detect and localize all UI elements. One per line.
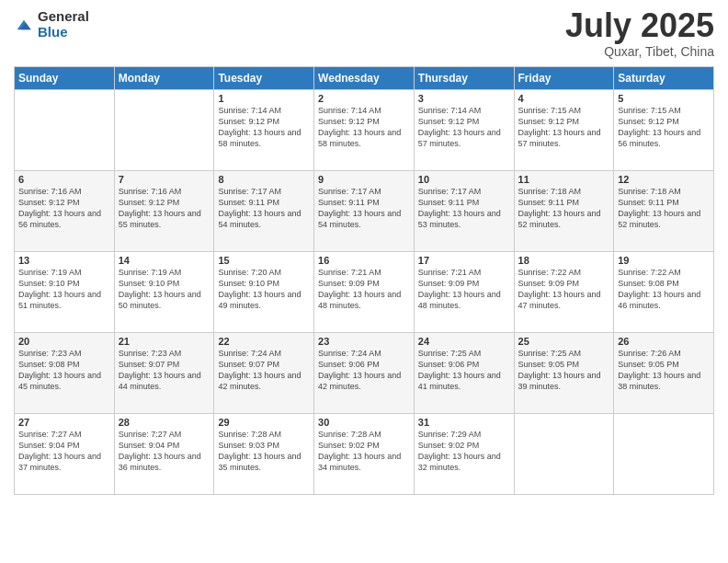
calendar-cell-w3-d7: 19Sunrise: 7:22 AM Sunset: 9:08 PM Dayli… bbox=[614, 252, 714, 333]
cell-info: Sunrise: 7:24 AM Sunset: 9:06 PM Dayligh… bbox=[318, 348, 410, 393]
calendar-cell-w1-d1 bbox=[15, 90, 115, 171]
cell-info: Sunrise: 7:16 AM Sunset: 9:12 PM Dayligh… bbox=[18, 186, 110, 231]
day-number: 8 bbox=[218, 174, 310, 185]
calendar-cell-w4-d3: 22Sunrise: 7:24 AM Sunset: 9:07 PM Dayli… bbox=[214, 333, 314, 414]
day-number: 16 bbox=[318, 255, 410, 266]
cell-info: Sunrise: 7:18 AM Sunset: 9:11 PM Dayligh… bbox=[618, 186, 710, 231]
calendar-cell-w5-d5: 31Sunrise: 7:29 AM Sunset: 9:02 PM Dayli… bbox=[414, 414, 514, 495]
calendar-cell-w4-d1: 20Sunrise: 7:23 AM Sunset: 9:08 PM Dayli… bbox=[15, 333, 115, 414]
cell-info: Sunrise: 7:28 AM Sunset: 9:02 PM Dayligh… bbox=[318, 429, 410, 474]
calendar-cell-w3-d4: 16Sunrise: 7:21 AM Sunset: 9:09 PM Dayli… bbox=[314, 252, 415, 333]
location-subtitle: Quxar, Tibet, China bbox=[565, 44, 714, 59]
day-number: 7 bbox=[119, 174, 210, 185]
calendar-cell-w4-d5: 24Sunrise: 7:25 AM Sunset: 9:06 PM Dayli… bbox=[414, 333, 514, 414]
header: General Blue July 2025 Quxar, Tibet, Chi… bbox=[14, 9, 714, 59]
cell-info: Sunrise: 7:22 AM Sunset: 9:08 PM Dayligh… bbox=[618, 267, 710, 312]
day-number: 22 bbox=[218, 336, 310, 347]
cell-info: Sunrise: 7:14 AM Sunset: 9:12 PM Dayligh… bbox=[218, 105, 310, 150]
cell-info: Sunrise: 7:29 AM Sunset: 9:02 PM Dayligh… bbox=[418, 429, 510, 474]
cell-info: Sunrise: 7:21 AM Sunset: 9:09 PM Dayligh… bbox=[418, 267, 510, 312]
day-number: 19 bbox=[618, 255, 710, 266]
day-number: 13 bbox=[18, 255, 110, 266]
calendar-cell-w1-d2 bbox=[114, 90, 214, 171]
day-number: 2 bbox=[318, 93, 410, 104]
day-number: 9 bbox=[318, 174, 410, 185]
header-wednesday: Wednesday bbox=[314, 67, 415, 90]
cell-info: Sunrise: 7:21 AM Sunset: 9:09 PM Dayligh… bbox=[318, 267, 410, 312]
cell-info: Sunrise: 7:25 AM Sunset: 9:05 PM Dayligh… bbox=[518, 348, 610, 393]
day-number: 23 bbox=[318, 336, 410, 347]
title-area: July 2025 Quxar, Tibet, China bbox=[565, 9, 714, 59]
calendar-cell-w5-d6 bbox=[514, 414, 614, 495]
calendar-cell-w5-d2: 28Sunrise: 7:27 AM Sunset: 9:04 PM Dayli… bbox=[114, 414, 214, 495]
header-tuesday: Tuesday bbox=[214, 67, 314, 90]
cell-info: Sunrise: 7:26 AM Sunset: 9:05 PM Dayligh… bbox=[618, 348, 710, 393]
cell-info: Sunrise: 7:20 AM Sunset: 9:10 PM Dayligh… bbox=[218, 267, 310, 312]
day-number: 10 bbox=[418, 174, 510, 185]
cell-info: Sunrise: 7:19 AM Sunset: 9:10 PM Dayligh… bbox=[18, 267, 110, 312]
calendar-cell-w4-d7: 26Sunrise: 7:26 AM Sunset: 9:05 PM Dayli… bbox=[614, 333, 714, 414]
calendar-cell-w2-d2: 7Sunrise: 7:16 AM Sunset: 9:12 PM Daylig… bbox=[114, 171, 214, 252]
cell-info: Sunrise: 7:25 AM Sunset: 9:06 PM Dayligh… bbox=[418, 348, 510, 393]
day-number: 28 bbox=[119, 417, 210, 428]
day-number: 17 bbox=[418, 255, 510, 266]
day-number: 5 bbox=[618, 93, 710, 104]
day-number: 15 bbox=[218, 255, 310, 266]
logo: General Blue bbox=[14, 9, 89, 40]
calendar-cell-w5-d1: 27Sunrise: 7:27 AM Sunset: 9:04 PM Dayli… bbox=[15, 414, 115, 495]
day-number: 21 bbox=[119, 336, 210, 347]
calendar-table: Sunday Monday Tuesday Wednesday Thursday… bbox=[14, 66, 714, 495]
cell-info: Sunrise: 7:28 AM Sunset: 9:03 PM Dayligh… bbox=[218, 429, 310, 474]
cell-info: Sunrise: 7:27 AM Sunset: 9:04 PM Dayligh… bbox=[119, 429, 210, 474]
calendar-cell-w2-d1: 6Sunrise: 7:16 AM Sunset: 9:12 PM Daylig… bbox=[15, 171, 115, 252]
cell-info: Sunrise: 7:19 AM Sunset: 9:10 PM Dayligh… bbox=[119, 267, 210, 312]
cell-info: Sunrise: 7:15 AM Sunset: 9:12 PM Dayligh… bbox=[518, 105, 610, 150]
cell-info: Sunrise: 7:17 AM Sunset: 9:11 PM Dayligh… bbox=[318, 186, 410, 231]
cell-info: Sunrise: 7:23 AM Sunset: 9:07 PM Dayligh… bbox=[119, 348, 210, 393]
calendar-cell-w3-d6: 18Sunrise: 7:22 AM Sunset: 9:09 PM Dayli… bbox=[514, 252, 614, 333]
day-number: 26 bbox=[618, 336, 710, 347]
calendar-cell-w2-d5: 10Sunrise: 7:17 AM Sunset: 9:11 PM Dayli… bbox=[414, 171, 514, 252]
logo-icon bbox=[14, 15, 34, 35]
cell-info: Sunrise: 7:22 AM Sunset: 9:09 PM Dayligh… bbox=[518, 267, 610, 312]
week-row-3: 13Sunrise: 7:19 AM Sunset: 9:10 PM Dayli… bbox=[15, 252, 714, 333]
cell-info: Sunrise: 7:24 AM Sunset: 9:07 PM Dayligh… bbox=[218, 348, 310, 393]
day-number: 4 bbox=[518, 93, 610, 104]
cell-info: Sunrise: 7:17 AM Sunset: 9:11 PM Dayligh… bbox=[218, 186, 310, 231]
calendar-cell-w3-d1: 13Sunrise: 7:19 AM Sunset: 9:10 PM Dayli… bbox=[15, 252, 115, 333]
day-number: 24 bbox=[418, 336, 510, 347]
calendar-cell-w4-d4: 23Sunrise: 7:24 AM Sunset: 9:06 PM Dayli… bbox=[314, 333, 415, 414]
cell-info: Sunrise: 7:14 AM Sunset: 9:12 PM Dayligh… bbox=[318, 105, 410, 150]
logo-text: General Blue bbox=[38, 9, 89, 40]
day-number: 29 bbox=[218, 417, 310, 428]
week-row-1: 1Sunrise: 7:14 AM Sunset: 9:12 PM Daylig… bbox=[15, 90, 714, 171]
day-number: 25 bbox=[518, 336, 610, 347]
calendar-page: General Blue July 2025 Quxar, Tibet, Chi… bbox=[0, 0, 728, 563]
day-number: 1 bbox=[218, 93, 310, 104]
calendar-cell-w1-d5: 3Sunrise: 7:14 AM Sunset: 9:12 PM Daylig… bbox=[414, 90, 514, 171]
calendar-cell-w1-d6: 4Sunrise: 7:15 AM Sunset: 9:12 PM Daylig… bbox=[514, 90, 614, 171]
calendar-cell-w4-d6: 25Sunrise: 7:25 AM Sunset: 9:05 PM Dayli… bbox=[514, 333, 614, 414]
day-number: 18 bbox=[518, 255, 610, 266]
cell-info: Sunrise: 7:18 AM Sunset: 9:11 PM Dayligh… bbox=[518, 186, 610, 231]
header-monday: Monday bbox=[114, 67, 214, 90]
header-saturday: Saturday bbox=[614, 67, 714, 90]
calendar-cell-w2-d3: 8Sunrise: 7:17 AM Sunset: 9:11 PM Daylig… bbox=[214, 171, 314, 252]
day-number: 31 bbox=[418, 417, 510, 428]
calendar-cell-w5-d3: 29Sunrise: 7:28 AM Sunset: 9:03 PM Dayli… bbox=[214, 414, 314, 495]
logo-general: General bbox=[38, 9, 89, 25]
day-number: 20 bbox=[18, 336, 110, 347]
week-row-4: 20Sunrise: 7:23 AM Sunset: 9:08 PM Dayli… bbox=[15, 333, 714, 414]
week-row-5: 27Sunrise: 7:27 AM Sunset: 9:04 PM Dayli… bbox=[15, 414, 714, 495]
calendar-cell-w1-d7: 5Sunrise: 7:15 AM Sunset: 9:12 PM Daylig… bbox=[614, 90, 714, 171]
header-thursday: Thursday bbox=[414, 67, 514, 90]
day-number: 12 bbox=[618, 174, 710, 185]
week-row-2: 6Sunrise: 7:16 AM Sunset: 9:12 PM Daylig… bbox=[15, 171, 714, 252]
calendar-cell-w5-d7 bbox=[614, 414, 714, 495]
calendar-cell-w4-d2: 21Sunrise: 7:23 AM Sunset: 9:07 PM Dayli… bbox=[114, 333, 214, 414]
calendar-cell-w3-d5: 17Sunrise: 7:21 AM Sunset: 9:09 PM Dayli… bbox=[414, 252, 514, 333]
calendar-cell-w2-d4: 9Sunrise: 7:17 AM Sunset: 9:11 PM Daylig… bbox=[314, 171, 415, 252]
day-number: 30 bbox=[318, 417, 410, 428]
day-number: 6 bbox=[18, 174, 110, 185]
day-number: 11 bbox=[518, 174, 610, 185]
